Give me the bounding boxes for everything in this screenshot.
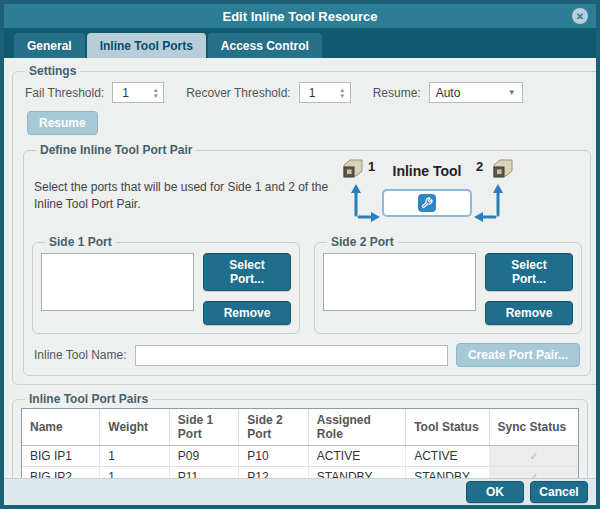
spinner-down-icon[interactable]: ▼ xyxy=(153,93,159,99)
chevron-down-icon: ▼ xyxy=(508,88,516,97)
resume-selected-value: Auto xyxy=(436,86,461,100)
resume-label: Resume: xyxy=(373,86,421,100)
side-2-port-section: Side 2 Port Select Port... Remove xyxy=(314,235,582,334)
cell-role: ACTIVE xyxy=(308,446,405,467)
settings-section: Settings Fail Threshold: 1 ▲ ▼ Recover T… xyxy=(12,64,596,385)
col-name[interactable]: Name xyxy=(22,409,100,446)
cell-role: STANDBY xyxy=(308,467,405,479)
settings-legend: Settings xyxy=(25,64,80,78)
side-2-select-port-button[interactable]: Select Port... xyxy=(485,253,573,291)
side-2-remove-button[interactable]: Remove xyxy=(485,301,573,325)
create-port-pair-button[interactable]: Create Port Pair... xyxy=(456,343,580,367)
col-assigned-role[interactable]: Assigned Role xyxy=(308,409,405,446)
side-1-port-legend: Side 1 Port xyxy=(45,235,116,249)
side-2-port-list[interactable] xyxy=(323,253,476,311)
side-ports-row: Side 1 Port Select Port... Remove Side 2… xyxy=(32,235,582,334)
recover-threshold-value: 1 xyxy=(300,86,335,100)
cell-side2: P12 xyxy=(239,467,309,479)
spinner-down-icon[interactable]: ▼ xyxy=(339,93,345,99)
fail-threshold-value: 1 xyxy=(113,86,148,100)
tab-inline-tool-ports[interactable]: Inline Tool Ports xyxy=(87,33,206,58)
port-pairs-table: Name Weight Side 1 Port Side 2 Port Assi… xyxy=(21,408,579,478)
inline-tool-label: Inline Tool xyxy=(382,163,472,179)
side-1-port-list[interactable] xyxy=(41,253,194,311)
port-1-icon xyxy=(340,159,364,185)
fail-threshold-stepper[interactable]: 1 ▲ ▼ xyxy=(112,82,164,103)
cell-weight: 1 xyxy=(100,446,170,467)
port-pairs-section: Inline Tool Port Pairs Name Weight Side … xyxy=(12,392,588,478)
port-2-icon xyxy=(490,159,514,185)
close-icon[interactable]: ✕ xyxy=(572,8,588,24)
resume-dropdown[interactable]: Auto ▼ xyxy=(429,82,523,103)
side-1-select-port-button[interactable]: Select Port... xyxy=(203,253,291,291)
inline-tool-name-label: Inline Tool Name: xyxy=(34,348,127,362)
cell-side2: P10 xyxy=(239,446,309,467)
side-2-port-legend: Side 2 Port xyxy=(327,235,398,249)
define-port-pair-section: Define Inline Tool Port Pair Select the … xyxy=(23,143,591,376)
resume-button[interactable]: Resume xyxy=(27,111,98,135)
inline-tool-name-input[interactable] xyxy=(135,345,448,366)
port-1-label: 1 xyxy=(368,159,375,174)
threshold-row: Fail Threshold: 1 ▲ ▼ Recover Threshold:… xyxy=(25,82,589,103)
port-pairs-legend: Inline Tool Port Pairs xyxy=(25,392,152,406)
fail-threshold-label: Fail Threshold: xyxy=(25,86,104,100)
table-header-row: Name Weight Side 1 Port Side 2 Port Assi… xyxy=(22,409,578,446)
dialog-titlebar: Edit Inline Tool Resource ✕ xyxy=(4,4,596,28)
recover-threshold-label: Recover Threshold: xyxy=(186,86,291,100)
edit-inline-tool-resource-dialog: Edit Inline Tool Resource ✕ General Inli… xyxy=(0,0,600,509)
cell-name: BIG IP1 xyxy=(22,446,100,467)
inline-tool-box xyxy=(382,189,472,217)
cell-side1: P09 xyxy=(169,446,239,467)
recover-threshold-stepper[interactable]: 1 ▲ ▼ xyxy=(299,82,351,103)
side-1-port-section: Side 1 Port Select Port... Remove xyxy=(32,235,300,334)
table-row[interactable]: BIG IP2 1 P11 P12 STANDBY STANDBY ✓ xyxy=(22,467,578,479)
cell-side1: P11 xyxy=(169,467,239,479)
cancel-button[interactable]: Cancel xyxy=(530,481,588,503)
side-1-remove-button[interactable]: Remove xyxy=(203,301,291,325)
port-pair-description: Select the ports that will be used for S… xyxy=(34,179,332,214)
sync-check-icon: ✓ xyxy=(489,446,578,467)
col-side2-port[interactable]: Side 2 Port xyxy=(239,409,309,446)
col-weight[interactable]: Weight xyxy=(100,409,170,446)
tab-bar: General Inline Tool Ports Access Control xyxy=(4,28,596,58)
dialog-title: Edit Inline Tool Resource xyxy=(222,9,377,24)
cell-weight: 1 xyxy=(100,467,170,479)
dialog-footer: OK Cancel xyxy=(4,478,596,505)
col-side1-port[interactable]: Side 1 Port xyxy=(169,409,239,446)
tab-general[interactable]: General xyxy=(14,33,85,58)
col-tool-status[interactable]: Tool Status xyxy=(406,409,489,446)
col-sync-status[interactable]: Sync Status xyxy=(489,409,578,446)
wrench-icon xyxy=(418,194,436,212)
inline-tool-diagram: 1 Inline Tool 2 xyxy=(332,159,522,229)
inline-tool-name-row: Inline Tool Name: Create Port Pair... xyxy=(34,343,580,367)
table-row[interactable]: BIG IP1 1 P09 P10 ACTIVE ACTIVE ✓ xyxy=(22,446,578,467)
define-port-pair-legend: Define Inline Tool Port Pair xyxy=(36,143,196,157)
fail-threshold-spinner[interactable]: ▲ ▼ xyxy=(148,87,163,99)
tab-access-control[interactable]: Access Control xyxy=(208,33,322,58)
cell-tool-status: ACTIVE xyxy=(406,446,489,467)
define-top-row: Select the ports that will be used for S… xyxy=(30,157,584,233)
tab-content: Settings Fail Threshold: 1 ▲ ▼ Recover T… xyxy=(4,58,596,478)
recover-threshold-spinner[interactable]: ▲ ▼ xyxy=(335,87,350,99)
ok-button[interactable]: OK xyxy=(466,481,524,503)
cell-name: BIG IP2 xyxy=(22,467,100,479)
cell-tool-status: STANDBY xyxy=(406,467,489,479)
port-2-label: 2 xyxy=(476,159,483,174)
sync-check-icon: ✓ xyxy=(489,467,578,479)
